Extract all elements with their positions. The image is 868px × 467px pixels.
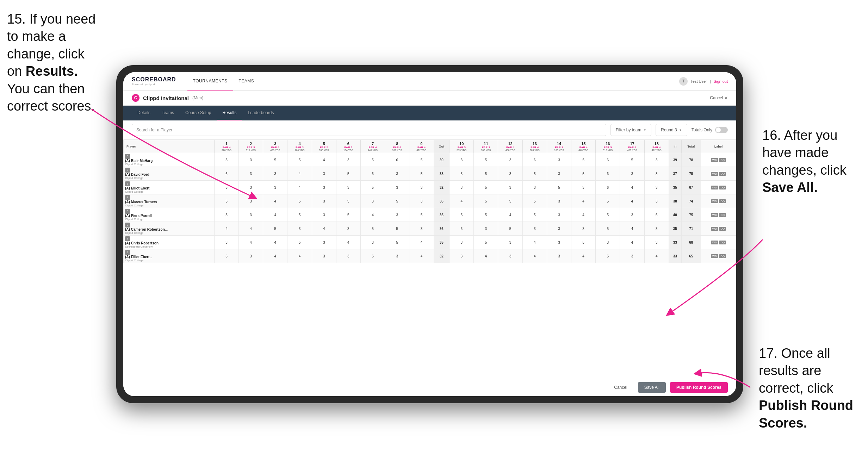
score-hole-1[interactable]: 3: [214, 153, 238, 167]
score-hole-17[interactable]: 5: [620, 153, 644, 167]
score-hole-18[interactable]: 3: [644, 153, 669, 167]
score-hole-17[interactable]: 4: [620, 236, 644, 249]
score-hole-14[interactable]: 3: [547, 167, 571, 181]
score-hole-6[interactable]: 5: [336, 208, 360, 222]
score-hole-6[interactable]: 3: [336, 153, 360, 167]
score-hole-18[interactable]: 3: [644, 167, 669, 181]
score-hole-11[interactable]: 5: [474, 194, 498, 208]
score-hole-3[interactable]: 3: [263, 167, 287, 181]
score-hole-12[interactable]: 4: [498, 208, 522, 222]
score-hole-15[interactable]: 4: [571, 249, 596, 263]
score-hole-12[interactable]: 5: [498, 222, 522, 236]
score-hole-9[interactable]: 3: [409, 194, 434, 208]
score-hole-6[interactable]: 5: [336, 167, 360, 181]
score-hole-5[interactable]: 4: [312, 153, 336, 167]
score-hole-16[interactable]: 5: [596, 249, 620, 263]
score-hole-2[interactable]: 3: [239, 208, 263, 222]
subnav-course-setup[interactable]: Course Setup: [180, 106, 217, 120]
score-hole-6[interactable]: 5: [336, 194, 360, 208]
nav-tournaments[interactable]: TOURNAMENTS: [187, 72, 233, 91]
score-hole-16[interactable]: 5: [596, 208, 620, 222]
score-hole-18[interactable]: 4: [644, 249, 669, 263]
score-hole-1[interactable]: 5: [214, 181, 238, 194]
filter-by-team-button[interactable]: Filter by team ▼: [610, 124, 652, 136]
score-hole-1[interactable]: 3: [214, 249, 238, 263]
score-hole-13[interactable]: 5: [522, 194, 547, 208]
score-hole-16[interactable]: 6: [596, 153, 620, 167]
score-hole-8[interactable]: 6: [385, 153, 409, 167]
score-hole-5[interactable]: 3: [312, 208, 336, 222]
score-hole-14[interactable]: 3: [547, 222, 571, 236]
score-hole-8[interactable]: 5: [385, 236, 409, 249]
score-hole-7[interactable]: 4: [360, 208, 385, 222]
score-hole-1[interactable]: 3: [214, 208, 238, 222]
score-hole-3[interactable]: 3: [263, 181, 287, 194]
score-hole-18[interactable]: 6: [644, 208, 669, 222]
score-hole-3[interactable]: 4: [263, 249, 287, 263]
score-hole-13[interactable]: 3: [522, 222, 547, 236]
score-hole-12[interactable]: 3: [498, 181, 522, 194]
score-hole-12[interactable]: 5: [498, 194, 522, 208]
round-selector-button[interactable]: Round 3 ▼: [656, 124, 687, 136]
totals-toggle-switch[interactable]: [715, 127, 728, 133]
score-hole-15[interactable]: 5: [571, 236, 596, 249]
subnav-leaderboards[interactable]: Leaderboards: [242, 106, 279, 120]
score-hole-5[interactable]: 3: [312, 194, 336, 208]
score-hole-6[interactable]: 3: [336, 222, 360, 236]
score-hole-9[interactable]: 5: [409, 208, 434, 222]
publish-round-scores-button[interactable]: Publish Round Scores: [670, 382, 728, 393]
score-hole-10[interactable]: 3: [450, 181, 474, 194]
score-hole-10[interactable]: 6: [450, 222, 474, 236]
score-hole-3[interactable]: 4: [263, 236, 287, 249]
score-hole-8[interactable]: 3: [385, 181, 409, 194]
subnav-results[interactable]: Results: [217, 106, 242, 120]
score-hole-11[interactable]: 5: [474, 208, 498, 222]
score-hole-13[interactable]: 5: [522, 167, 547, 181]
score-hole-15[interactable]: 4: [571, 194, 596, 208]
score-hole-4[interactable]: 5: [287, 236, 312, 249]
score-hole-12[interactable]: 3: [498, 153, 522, 167]
score-hole-6[interactable]: 4: [336, 236, 360, 249]
score-hole-4[interactable]: 3: [287, 222, 312, 236]
score-hole-7[interactable]: 5: [360, 153, 385, 167]
score-hole-9[interactable]: 5: [409, 153, 434, 167]
score-hole-11[interactable]: 5: [474, 236, 498, 249]
score-hole-18[interactable]: 3: [644, 236, 669, 249]
score-hole-9[interactable]: 5: [409, 167, 434, 181]
score-hole-6[interactable]: 3: [336, 249, 360, 263]
score-hole-14[interactable]: 5: [547, 181, 571, 194]
score-hole-2[interactable]: 3: [239, 194, 263, 208]
score-hole-13[interactable]: 5: [522, 208, 547, 222]
save-all-button[interactable]: Save All: [638, 382, 666, 393]
cancel-tournament-btn[interactable]: Cancel ✕: [710, 95, 728, 100]
score-hole-16[interactable]: 6: [596, 167, 620, 181]
score-hole-14[interactable]: 3: [547, 153, 571, 167]
score-hole-10[interactable]: 5: [450, 208, 474, 222]
score-hole-5[interactable]: 4: [312, 222, 336, 236]
score-hole-14[interactable]: 3: [547, 236, 571, 249]
score-hole-17[interactable]: 4: [620, 194, 644, 208]
subnav-teams[interactable]: Teams: [156, 106, 180, 120]
score-hole-17[interactable]: 3: [620, 249, 644, 263]
score-hole-18[interactable]: 3: [644, 222, 669, 236]
score-hole-4[interactable]: 5: [287, 153, 312, 167]
score-hole-7[interactable]: 5: [360, 222, 385, 236]
score-hole-14[interactable]: 3: [547, 194, 571, 208]
cancel-action-button[interactable]: Cancel: [608, 382, 633, 393]
nav-teams[interactable]: TEAMS: [233, 72, 260, 91]
score-hole-7[interactable]: 3: [360, 194, 385, 208]
score-hole-4[interactable]: 5: [287, 194, 312, 208]
score-hole-3[interactable]: 4: [263, 194, 287, 208]
score-hole-13[interactable]: 4: [522, 236, 547, 249]
score-hole-18[interactable]: 3: [644, 194, 669, 208]
score-hole-8[interactable]: 3: [385, 167, 409, 181]
score-hole-1[interactable]: 4: [214, 222, 238, 236]
score-hole-12[interactable]: 3: [498, 249, 522, 263]
score-hole-2[interactable]: 4: [239, 236, 263, 249]
score-hole-9[interactable]: 3: [409, 222, 434, 236]
score-hole-13[interactable]: 4: [522, 249, 547, 263]
score-hole-11[interactable]: 5: [474, 167, 498, 181]
score-hole-15[interactable]: 5: [571, 167, 596, 181]
search-input[interactable]: [132, 124, 606, 136]
score-hole-2[interactable]: 3: [239, 167, 263, 181]
